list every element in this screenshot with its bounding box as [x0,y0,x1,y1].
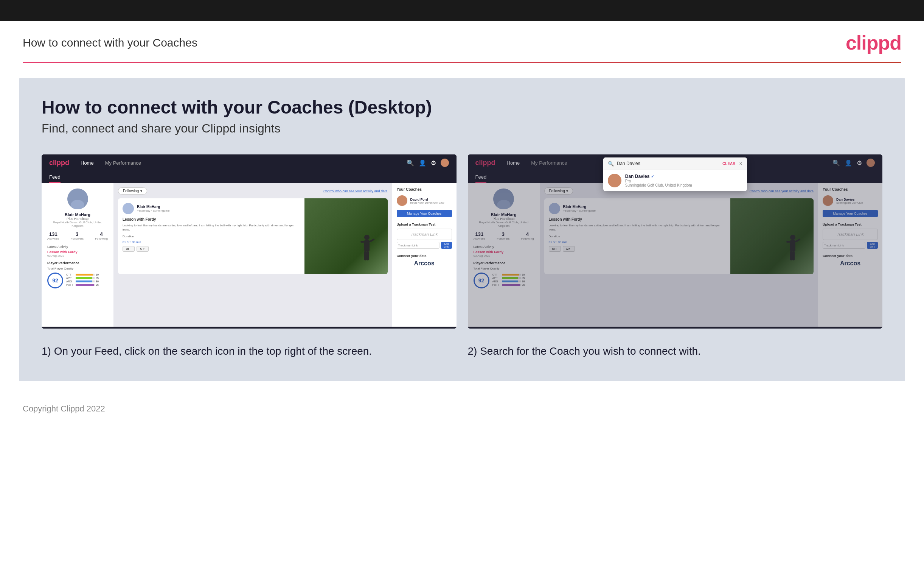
feed-panel: Following ▾ Control who can see your act… [113,183,392,327]
search-result-item[interactable]: Dan Davies ✓ Pro Sunningdale Golf Club, … [603,170,747,191]
post-text: Looking to feel like my hands are exitin… [123,223,300,232]
connect-data-title: Connect your data [397,254,452,258]
caption-left-text: 1) On your Feed, click on the search ico… [42,344,456,359]
svg-rect-11 [792,251,795,260]
post-title: Lesson with Fordy [123,217,300,221]
svg-rect-4 [364,251,366,260]
trackman-title: Upload a Trackman Test [397,222,452,226]
svg-rect-1 [364,240,369,251]
main-content: How to connect with your Coaches (Deskto… [19,78,905,381]
svg-rect-8 [786,241,790,243]
golfer-silhouette-right [783,234,802,268]
following-row: Following ▾ Control who can see your act… [118,187,388,195]
following-label: Following [95,237,108,240]
screenshot-left: clippd Home My Performance 🔍 👤 ⚙ Feed [42,154,456,328]
avatar-icon[interactable] [441,159,449,167]
golfer-silhouette [358,234,376,268]
main-subheading: Find, connect and share your Clippd insi… [42,122,882,135]
avatar-icon-right[interactable] [866,159,875,167]
profile-icon-right[interactable]: 👤 [845,159,852,167]
search-close-button[interactable]: × [740,161,743,167]
screenshot-right: clippd Home My Performance 🔍 👤 ⚙ Feed [468,154,883,328]
profile-handicap: Plus Handicap [47,217,108,221]
activity-name[interactable]: Lesson with Fordy [47,250,108,254]
profile-avatar [67,188,88,209]
off-button[interactable]: OFF [123,246,135,252]
profile-panel: Blair McHarg Plus Handicap Royal North D… [42,183,113,327]
svg-rect-5 [366,251,369,260]
control-link[interactable]: Control who can see your activity and da… [324,189,388,193]
search-bar: 🔍 Dan Davies CLEAR × [603,157,747,170]
following-btn-label: Following [123,189,139,193]
svg-rect-9 [795,239,801,243]
captions-row: 1) On your Feed, click on the search ico… [42,344,882,359]
header: How to connect with your Coaches clippd [0,21,924,62]
mock-nav-left: clippd Home My Performance 🔍 👤 ⚙ [42,154,456,171]
post-duration: Duration [123,235,300,238]
player-performance-title: Player Performance [47,261,108,265]
verified-icon: ✓ [651,174,654,179]
app-button[interactable]: APP [136,246,149,252]
clippd-logo: clippd [846,31,901,54]
arccos-logo: Arccos [397,260,452,267]
feed-tab-bar: Feed [42,171,456,183]
search-icon-right[interactable]: 🔍 [832,159,840,167]
result-role: Pro [625,179,692,183]
search-query-text[interactable]: Dan Davies [617,161,722,166]
caption-right: 2) Search for the Coach you wish to conn… [468,344,883,359]
coach-avatar-1 [397,195,407,206]
add-link-btn[interactable]: Add Link [441,242,452,249]
result-info: Dan Davies ✓ Pro Sunningdale Golf Club, … [625,174,692,187]
search-clear-button[interactable]: CLEAR [722,162,735,166]
post-info: Blair McHarg Yesterday · Sunningdale Les… [118,198,304,274]
activities-count: 131 [47,231,59,237]
coach-name-1[interactable]: David Ford [410,198,444,201]
profile-icon[interactable]: 👤 [419,159,426,167]
settings-icon-right[interactable]: ⚙ [857,159,862,167]
app-body-left: Blair McHarg Plus Handicap Royal North D… [42,183,456,327]
duration-label: Duration [123,235,134,238]
right-coach-name: Dan Davies [836,198,863,201]
settings-icon[interactable]: ⚙ [431,159,436,167]
quality-score: 92 [47,273,63,289]
mock-clippd-logo: clippd [49,159,69,167]
mock-app-left: clippd Home My Performance 🔍 👤 ⚙ Feed [42,154,456,328]
profile-name: Blair McHarg [47,212,108,217]
following-count: 4 [95,231,108,237]
post-author-row: Blair McHarg Yesterday · Sunningdale [123,203,300,214]
coaches-panel-left: Your Coaches David Ford Royal North Devo… [392,183,456,327]
post-author-sub: Yesterday · Sunningdale [137,209,170,212]
page-title: How to connect with your Coaches [23,36,197,49]
nav-icons: 🔍 👤 ⚙ [406,159,449,167]
copyright-text: Copyright Clippd 2022 [23,404,105,413]
svg-point-0 [364,235,369,240]
result-avatar [608,174,621,187]
svg-rect-10 [790,251,792,260]
search-magnifier-icon: 🔍 [608,161,614,167]
right-coach-club: Sunningdale Golf Club [836,201,863,204]
trackman-link-placeholder: Trackman Link [397,229,452,240]
chevron-down-icon: ▾ [140,189,142,193]
feed-tab[interactable]: Feed [49,174,60,183]
manage-coaches-btn[interactable]: Manage Your Coaches [397,210,452,217]
trackman-link-input[interactable] [397,242,440,249]
post-author-avatar [123,203,134,214]
coach-club-1: Royal North Devon Golf Club [410,201,444,204]
post-actions: OFF APP [123,246,300,252]
post-time: 01 hr : 30 min [123,240,300,244]
result-club: Sunningdale Golf Club, United Kingdom [625,183,692,187]
trackman-section: Upload a Trackman Test Trackman Link Add… [397,222,452,249]
search-icon[interactable]: 🔍 [406,159,414,167]
footer: Copyright Clippd 2022 [0,396,924,421]
nav-my-performance[interactable]: My Performance [105,160,141,166]
following-button[interactable]: Following ▾ [118,187,147,195]
nav-home[interactable]: Home [81,160,94,166]
caption-left: 1) On your Feed, click on the search ico… [42,344,456,359]
coach-item-1: David Ford Royal North Devon Golf Club [397,195,452,206]
svg-point-6 [790,235,795,240]
profile-stats: 131 Activities 3 Followers 4 Following [47,231,108,240]
svg-rect-3 [369,239,375,243]
latest-activity-label: Latest Activity [47,245,108,249]
profile-club: Royal North Devon Golf Club, United King… [47,221,108,227]
post-author-name[interactable]: Blair McHarg [137,205,170,209]
